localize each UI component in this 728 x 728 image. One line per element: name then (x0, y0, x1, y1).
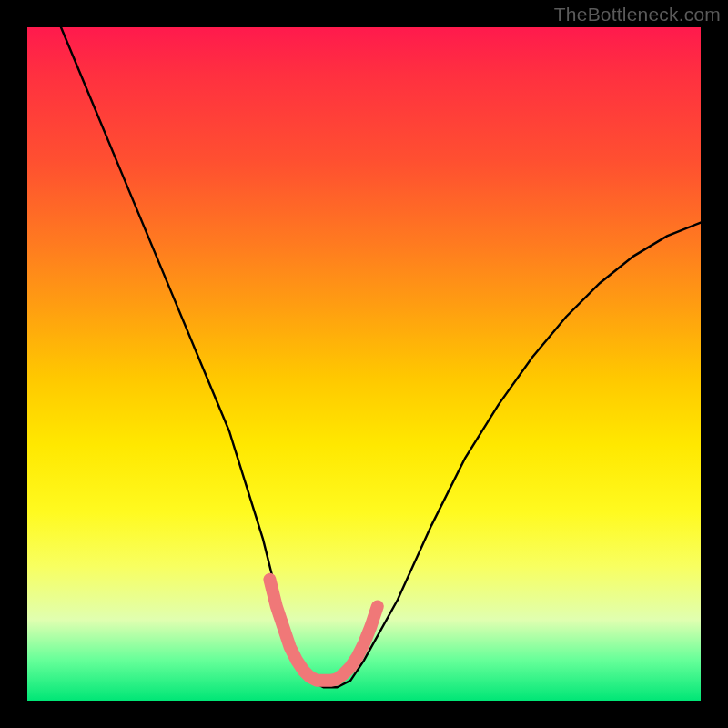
plot-area (27, 27, 701, 701)
chart-stage: TheBottleneck.com (0, 0, 728, 728)
chart-svg (27, 27, 701, 701)
watermark-text: TheBottleneck.com (554, 4, 721, 25)
bottleneck-curve-path (61, 27, 701, 687)
